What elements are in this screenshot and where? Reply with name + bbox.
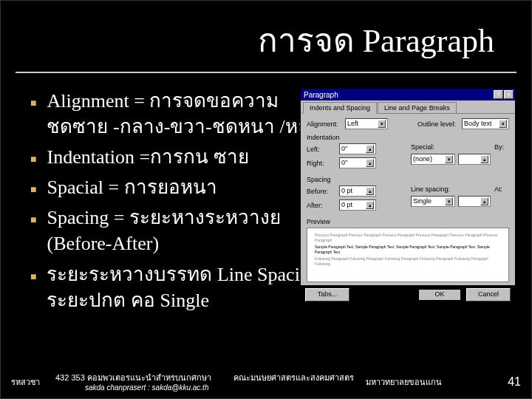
preview-box: Previous Paragraph Previous Paragraph Pr…	[307, 228, 509, 282]
slide-footer: รหสวชา 432 353 คอมพวเตอรแนะนำสำหรบนกศกษา…	[1, 372, 531, 392]
before-spin[interactable]: 0 pt▴	[339, 185, 376, 197]
outline-combo[interactable]: Body text▾	[462, 118, 509, 129]
tab-line-page-breaks[interactable]: Line and Page Breaks	[378, 102, 457, 113]
indentation-group: Indentation	[307, 134, 509, 141]
tab-indents-spacing[interactable]: Indents and Spacing	[303, 102, 377, 114]
footer-author: sakda chanprasert : sakda@kku.ac.th	[55, 383, 366, 392]
bullet-icon: ■	[30, 97, 36, 111]
bullet-main: ระยะระหวางบรรทด Line Spacing	[47, 264, 318, 285]
slide-title: การจด Paragraph	[38, 14, 494, 66]
slide: การจด Paragraph ■ Alignment = การจดขอควา…	[0, 0, 532, 399]
footer-faculty: คณะมนษยศาสตรและสงคมศาสตร	[233, 373, 354, 382]
left-spin[interactable]: 0"▴	[339, 143, 376, 154]
after-label: After:	[307, 202, 336, 209]
outline-label: Outline level:	[417, 120, 459, 128]
bullet-icon: ■	[30, 153, 36, 167]
alignment-combo[interactable]: Left▾	[345, 118, 388, 129]
before-label: Before:	[307, 188, 336, 195]
dialog-tabs: Indents and Spacing Line and Page Breaks	[301, 102, 515, 114]
alignment-label: Alignment:	[307, 120, 342, 128]
paragraph-dialog: Paragraph ? × Indents and Spacing Line a…	[300, 88, 516, 286]
dialog-titlebar[interactable]: Paragraph ? ×	[301, 89, 515, 100]
by-label: By:	[494, 143, 509, 151]
special-label: Special:	[411, 143, 440, 151]
title-area: การจด Paragraph	[16, 1, 516, 73]
chevron-down-icon: ▾	[378, 120, 386, 128]
footer-university: มหาวทยาลยขอนแกน	[366, 375, 491, 389]
after-spin[interactable]: 0 pt▴	[339, 200, 376, 211]
at-spin[interactable]: ▴	[458, 196, 491, 207]
right-spin[interactable]: 0"▴	[339, 157, 376, 168]
chevron-down-icon: ▾	[499, 120, 507, 128]
footer-course: 432 353 คอมพวเตอรแนะนำสำหรบนกศกษา	[55, 373, 211, 382]
help-icon[interactable]: ?	[494, 90, 503, 99]
close-icon[interactable]: ×	[504, 90, 514, 99]
special-combo[interactable]: (none)▾	[411, 154, 455, 165]
spinner-icon: ▴	[366, 187, 374, 195]
cancel-button[interactable]: Cancel	[466, 288, 511, 301]
linespacing-combo[interactable]: Single▾	[411, 196, 455, 207]
left-label: Left:	[307, 146, 336, 153]
by-spin[interactable]: ▴	[458, 154, 491, 165]
right-label: Right:	[307, 160, 336, 167]
bullet-main: Spacing = ระยะหางระหวางย	[47, 207, 280, 228]
dialog-buttons: Tabs... OK Cancel	[301, 285, 515, 304]
at-label: At:	[494, 185, 509, 193]
bullet-main: Alignment = การจดขอความ	[47, 90, 279, 112]
spacing-group: Spacing	[307, 176, 509, 183]
spinner-icon: ▴	[366, 145, 374, 153]
tabs-button[interactable]: Tabs...	[305, 288, 349, 301]
bullet-icon: ■	[30, 270, 36, 284]
ok-button[interactable]: OK	[417, 288, 462, 301]
spinner-icon: ▴	[366, 201, 374, 209]
dialog-body: Alignment: Left▾ Outline level: Body tex…	[301, 114, 515, 285]
bullet-icon: ■	[30, 214, 36, 228]
footer-page-number: 41	[491, 375, 521, 389]
preview-label: Preview	[307, 218, 509, 225]
spinner-icon: ▴	[366, 159, 374, 167]
chevron-down-icon: ▾	[445, 197, 453, 205]
footer-code: รหสวชา	[11, 375, 55, 389]
bullet-icon: ■	[30, 183, 36, 197]
spinner-icon: ▴	[480, 197, 488, 205]
linespacing-label: Line spacing:	[411, 185, 454, 193]
dialog-title: Paragraph	[304, 91, 494, 99]
chevron-down-icon: ▾	[445, 155, 453, 163]
spinner-icon: ▴	[480, 155, 488, 163]
